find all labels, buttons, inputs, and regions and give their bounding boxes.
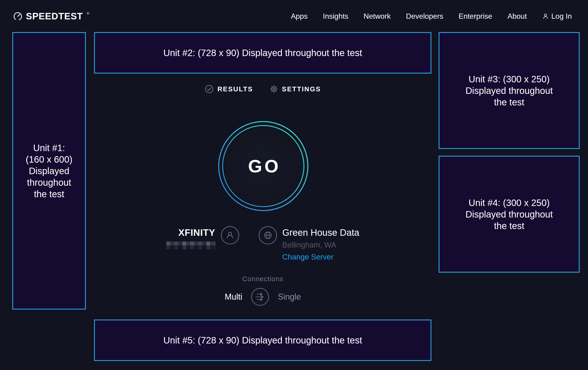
nav-item-developers[interactable]: Developers	[406, 12, 443, 20]
user-icon	[542, 13, 549, 20]
brand-logo[interactable]: SPEEDTEST ®	[13, 11, 89, 21]
tab-settings[interactable]: SETTINGS	[269, 84, 321, 94]
check-circle-icon	[205, 84, 214, 94]
isp-name: XFINITY	[178, 228, 215, 238]
top-nav-bar: SPEEDTEST ® Apps Insights Network Develo…	[0, 0, 588, 32]
isp-block: XFINITY	[166, 226, 239, 249]
isp-icon-circle[interactable]	[221, 226, 239, 245]
ad-label: Unit #5: (728 x 90) Displayed throughout…	[163, 334, 362, 346]
login-link[interactable]: Log In	[542, 12, 572, 20]
results-settings-tabs: RESULTS SETTINGS	[94, 84, 431, 94]
go-button[interactable]: GO	[218, 121, 309, 211]
connections-option-multi[interactable]: Multi	[225, 292, 242, 302]
go-label: GO	[218, 121, 309, 211]
globe-icon	[262, 230, 273, 240]
server-block: Green House Data Bellingham, WA Change S…	[259, 226, 359, 261]
main-nav: Apps Insights Network Developers Enterpr…	[291, 12, 572, 20]
nav-item-network[interactable]: Network	[364, 12, 390, 20]
redacted-ip-block	[166, 241, 215, 249]
ad-label: Unit #3: (300 x 250) Displayed throughou…	[465, 73, 553, 108]
server-location: Bellingham, WA	[282, 240, 336, 249]
nav-item-insights[interactable]: Insights	[323, 12, 348, 20]
ad-unit-2[interactable]: Unit #2: (728 x 90) Displayed throughout…	[94, 32, 431, 74]
ad-unit-3[interactable]: Unit #3: (300 x 250) Displayed throughou…	[439, 32, 580, 149]
ad-unit-5[interactable]: Unit #5: (728 x 90) Displayed throughout…	[94, 320, 431, 361]
connections-option-single[interactable]: Single	[278, 292, 301, 302]
ad-label: Unit #4: (300 x 250) Displayed throughou…	[465, 197, 553, 232]
brand-label: SPEEDTEST	[26, 11, 83, 21]
connections-block: Connections Multi Single	[94, 275, 431, 306]
gear-icon	[269, 84, 279, 94]
ad-label: Unit #1: (160 x 600) Displayed throughou…	[26, 142, 72, 200]
nav-item-apps[interactable]: Apps	[291, 12, 308, 20]
nav-item-about[interactable]: About	[507, 12, 527, 20]
tab-results-label: RESULTS	[217, 85, 253, 93]
login-label: Log In	[551, 12, 572, 20]
ad-unit-4[interactable]: Unit #4: (300 x 250) Displayed throughou…	[439, 156, 580, 273]
change-server-link[interactable]: Change Server	[282, 253, 334, 261]
connections-label: Connections	[242, 275, 283, 283]
server-icon-circle[interactable]	[259, 226, 277, 245]
nav-item-enterprise[interactable]: Enterprise	[459, 12, 492, 20]
tab-settings-label: SETTINGS	[282, 85, 321, 93]
trademark-mark: ®	[87, 11, 89, 15]
person-icon	[225, 230, 235, 240]
speedometer-icon	[13, 11, 23, 21]
multi-arrows-icon	[254, 291, 266, 302]
connection-info-row: XFINITY Green House Data Bellingham, WA …	[94, 226, 431, 261]
ad-unit-1[interactable]: Unit #1: (160 x 600) Displayed throughou…	[12, 32, 86, 310]
ad-label: Unit #2: (728 x 90) Displayed throughout…	[163, 47, 362, 59]
connections-toggle[interactable]	[251, 288, 269, 306]
server-name: Green House Data	[282, 228, 359, 238]
tab-results[interactable]: RESULTS	[205, 84, 253, 94]
